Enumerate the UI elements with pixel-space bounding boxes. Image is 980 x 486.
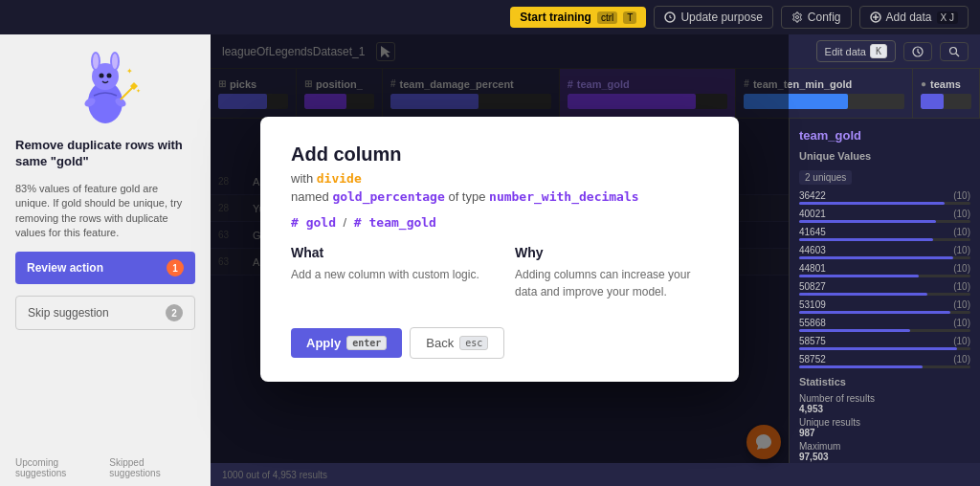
- add-column-modal: Add column with divide named gold_percen…: [260, 117, 739, 382]
- stat-item: Unique results987: [799, 417, 970, 438]
- review-action-label: Review action: [27, 261, 103, 275]
- back-kbd: esc: [459, 336, 488, 350]
- sidebar-description: 83% values of feature gold are unique. I…: [15, 182, 195, 241]
- start-training-kbd2: T: [623, 11, 636, 24]
- stat-item: Maximum97,503: [799, 441, 970, 462]
- right-panel-title: team_gold: [799, 128, 970, 143]
- teams-type-icon: ●: [921, 78, 926, 89]
- modal-formula-row: # gold / # team_gold: [291, 215, 708, 230]
- apply-kbd: enter: [346, 336, 387, 350]
- modal-footer: Apply enter Back esc: [291, 327, 708, 359]
- unique-item: 41645(10): [799, 227, 970, 241]
- start-training-button[interactable]: Start training ctrl T: [510, 7, 646, 28]
- review-action-badge: 1: [167, 259, 184, 276]
- config-label: Config: [808, 11, 841, 24]
- modal-overlay: Add column with divide named gold_percen…: [211, 34, 789, 463]
- header-actions: Edit data K: [816, 40, 969, 62]
- svg-point-10: [107, 74, 112, 78]
- skipped-suggestions-link[interactable]: Skipped suggestions: [109, 457, 195, 478]
- modal-formula-left: # gold: [291, 215, 336, 230]
- start-training-kbd1: ctrl: [597, 11, 617, 24]
- statistics-title: Statistics: [799, 376, 970, 387]
- svg-text:✦: ✦: [136, 88, 141, 94]
- modal-type-label: of type: [448, 189, 485, 204]
- uniques-badge: 2 uniques: [799, 170, 852, 185]
- edit-data-label: Edit data: [825, 46, 866, 57]
- modal-column-name: gold_percentage: [332, 189, 444, 204]
- mascot-image: ✦ ✦: [67, 50, 144, 126]
- top-toolbar: Start training ctrl T Update purpose Con…: [0, 0, 980, 34]
- add-data-icon: [870, 11, 881, 23]
- skip-suggestion-badge: 2: [166, 304, 183, 321]
- unique-item: 55868(10): [799, 318, 970, 332]
- unique-items-list: 36422(10) 40021(10) 41645(10) 44603(10) …: [799, 190, 970, 368]
- modal-formula-right: # team_gold: [354, 215, 436, 230]
- svg-text:✦: ✦: [126, 67, 133, 76]
- svg-point-9: [100, 74, 104, 78]
- svg-point-7: [93, 54, 99, 69]
- search-button[interactable]: [940, 42, 969, 61]
- table-footer-text: 1000 out of 4,953 results: [222, 470, 327, 480]
- modal-formula-sep: /: [344, 215, 347, 230]
- unique-item: 53109(10): [799, 299, 970, 314]
- svg-line-13: [121, 86, 134, 99]
- unique-item: 44603(10): [799, 245, 970, 259]
- config-icon: [791, 11, 803, 23]
- update-purpose-button[interactable]: Update purpose: [654, 6, 772, 29]
- skip-suggestion-label: Skip suggestion: [28, 306, 109, 320]
- back-button[interactable]: Back esc: [410, 327, 504, 359]
- modal-columns: What Add a new column with custom logic.…: [291, 245, 708, 300]
- add-data-button[interactable]: Add data X J: [859, 6, 969, 29]
- unique-item: 44801(10): [799, 263, 970, 277]
- modal-with-row: with divide: [291, 171, 708, 186]
- modal-why-desc: Adding columns can increase your data an…: [515, 266, 708, 300]
- right-panel: team_gold Unique Values 2 uniques 36422(…: [789, 119, 980, 486]
- apply-label: Apply: [306, 336, 341, 350]
- modal-title: Add column: [291, 144, 708, 166]
- stat-item: Number of results4,953: [799, 393, 970, 414]
- col-header-teams[interactable]: ● teams: [913, 69, 980, 118]
- update-purpose-label: Update purpose: [680, 11, 762, 24]
- modal-with-value: divide: [317, 171, 362, 186]
- apply-button[interactable]: Apply enter: [291, 328, 402, 358]
- history-button[interactable]: [903, 42, 932, 61]
- modal-named-label: named: [291, 189, 329, 204]
- skip-suggestion-button[interactable]: Skip suggestion 2: [15, 296, 195, 330]
- modal-named-row: named gold_percentage of type number_wit…: [291, 189, 708, 204]
- svg-point-1: [795, 16, 798, 19]
- svg-point-8: [112, 54, 118, 69]
- back-label: Back: [426, 336, 454, 350]
- teams-bar-fill: [921, 94, 944, 109]
- update-purpose-icon: [664, 11, 676, 23]
- table-footer: 1000 out of 4,953 results: [211, 463, 980, 486]
- modal-type-value: number_with_decimals: [489, 189, 639, 204]
- sidebar-title: Remove duplicate rows with same "gold": [15, 138, 195, 170]
- config-button[interactable]: Config: [781, 6, 852, 29]
- modal-what-desc: Add a new column with custom logic.: [291, 266, 484, 283]
- left-sidebar: ✦ ✦ Remove duplicate rows with same "gol…: [0, 34, 211, 486]
- teams-col-name: teams: [930, 78, 961, 90]
- search-icon: [948, 46, 960, 57]
- unique-item: 40021(10): [799, 209, 970, 223]
- unique-item: 58575(10): [799, 336, 970, 350]
- modal-what-col: What Add a new column with custom logic.: [291, 245, 484, 300]
- modal-why-col: Why Adding columns can increase your dat…: [515, 245, 708, 300]
- upcoming-suggestions-link[interactable]: Upcoming suggestions: [15, 457, 109, 478]
- unique-item: 50827(10): [799, 281, 970, 296]
- edit-data-button[interactable]: Edit data K: [816, 40, 896, 62]
- svg-point-18: [950, 47, 957, 54]
- modal-with-label: with: [291, 171, 313, 186]
- add-data-label: Add data: [886, 11, 932, 24]
- unique-item: 36422(10): [799, 190, 970, 205]
- history-icon: [912, 46, 924, 57]
- modal-why-title: Why: [515, 245, 708, 260]
- add-data-kbd: X J: [937, 11, 958, 24]
- review-action-button[interactable]: Review action 1: [15, 252, 195, 284]
- sidebar-footer: Upcoming suggestions Skipped suggestions: [0, 457, 211, 478]
- teams-bar: [921, 94, 971, 109]
- unique-values-title: Unique Values: [799, 150, 970, 162]
- edit-data-kbd: K: [870, 44, 887, 58]
- start-training-label: Start training: [520, 11, 591, 24]
- unique-item: 58752(10): [799, 354, 970, 368]
- modal-what-title: What: [291, 245, 484, 260]
